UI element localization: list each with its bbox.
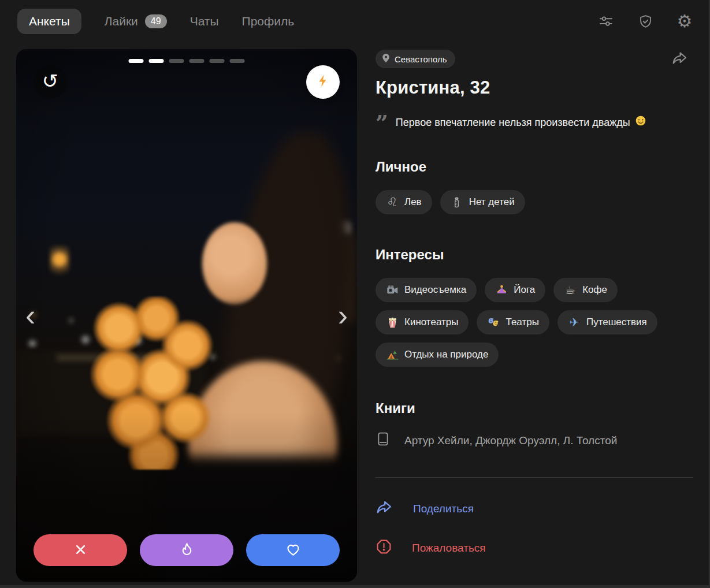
share-arrow-icon [376,498,393,519]
yoga-icon [495,284,508,296]
tab-likes[interactable]: Лайки 49 [105,14,167,28]
divider [376,477,693,478]
safety-shield-icon[interactable] [637,13,653,29]
share-profile-icon-button[interactable] [671,50,689,67]
photo-progress-segment [129,59,144,63]
chip-label: Нет детей [469,196,515,208]
interests-section-title: Интересы [376,247,693,263]
chip-interest-outdoors: Отдых на природе [376,343,499,367]
heart-icon [285,542,301,559]
photo-progress-segment [210,59,225,63]
photo-progress-segment [149,59,164,63]
chip-children: Нет детей [440,190,525,214]
tab-profiles[interactable]: Анкеты [17,9,81,34]
book-icon [376,431,391,449]
coffee-icon: ☕ [564,284,577,296]
camping-tent-icon [386,348,399,361]
report-link-label: Пожаловаться [412,542,486,554]
superlike-button[interactable] [140,534,233,566]
profile-photo-card: ↺ ‹ › [16,49,357,582]
chip-label: Видеосъемка [404,284,466,296]
report-octagon-icon [376,538,392,558]
chip-label: Отдых на природе [404,349,488,360]
boost-button[interactable] [306,65,340,99]
app-root: Анкеты Лайки 49 Чаты Профиль [0,0,710,588]
profile-name-age: Кристина, 32 [376,77,693,98]
books-section-title: Книги [376,400,693,416]
tab-likes-label: Лайки [105,14,138,28]
chip-interest-theater: Театры [477,310,549,334]
photo-prev-arrow[interactable]: ‹ [25,300,35,330]
personal-section-title: Личное [376,159,693,175]
photo-vignette [16,49,357,582]
share-link-label: Поделиться [413,503,474,515]
airplane-icon: ✈ [568,316,581,329]
leo-zodiac-icon: ♌ [386,196,399,209]
interest-chips: Видеосъемка Йога ☕ Кофе [376,278,693,367]
rewind-icon: ↺ [42,71,59,91]
chip-label: Путешествия [586,317,647,328]
chip-label: Лев [404,196,422,208]
books-row: Артур Хейли, Джордж Оруэлл, Л. Толстой [376,431,693,449]
books-value: Артур Хейли, Джордж Оруэлл, Л. Толстой [404,434,617,447]
theater-masks-icon [487,316,500,329]
settings-gear-icon[interactable]: ⚙ [676,13,693,29]
chip-interest-video: Видеосъемка [376,278,477,302]
swipe-actions [34,534,340,566]
chip-zodiac: ♌ Лев [376,190,432,214]
like-button[interactable] [246,534,340,566]
baby-bottle-icon [451,196,463,209]
location-badge: Севастополь [376,50,455,68]
chip-label: Кофе [582,284,607,296]
topbar-icons: ⚙ [598,13,693,29]
profile-info-panel: Севастополь Кристина, 32 ” Первое впечат… [376,50,693,558]
personal-chips: ♌ Лев Нет детей [376,190,693,214]
photo-next-arrow[interactable]: › [338,300,348,330]
photo-progress-bar [129,59,245,63]
wink-emoji-icon [635,115,646,130]
chip-label: Театры [505,317,538,328]
lightning-icon [315,73,330,91]
main-tabs: Анкеты Лайки 49 Чаты Профиль [17,9,294,34]
topbar: Анкеты Лайки 49 Чаты Профиль [0,0,710,43]
quote-mark-icon: ” [376,118,388,128]
chip-interest-coffee: ☕ Кофе [553,278,618,302]
photo-progress-segment [230,59,245,63]
rewind-button[interactable]: ↺ [34,65,67,99]
video-camera-icon [386,284,399,296]
photo-progress-segment [169,59,184,63]
dislike-button[interactable] [34,534,127,566]
tab-chats[interactable]: Чаты [190,14,219,28]
chip-label: Кинотеатры [404,317,458,328]
location-row: Севастополь [376,50,693,68]
chip-interest-yoga: Йога [485,278,545,302]
share-link[interactable]: Поделиться [376,498,693,519]
x-cross-icon [73,542,88,559]
chip-interest-cinema: Кинотеатры [376,310,469,334]
photo-progress-segment [189,59,205,63]
flame-icon [179,542,195,559]
tab-profile[interactable]: Профиль [242,14,295,28]
quote-text: Первое впечатление нельзя произвести два… [396,116,630,129]
page-bottom-edge [0,585,710,588]
chip-label: Йога [514,284,535,296]
popcorn-icon [386,316,399,329]
chip-interest-travel: ✈ Путешествия [557,310,657,334]
filters-icon[interactable] [598,13,614,29]
likes-count-badge: 49 [145,14,167,28]
profile-quote: ” Первое впечатление нельзя произвести д… [376,115,693,130]
location-pin-icon [382,53,390,65]
location-label: Севастополь [395,54,447,64]
report-link[interactable]: Пожаловаться [376,538,693,558]
